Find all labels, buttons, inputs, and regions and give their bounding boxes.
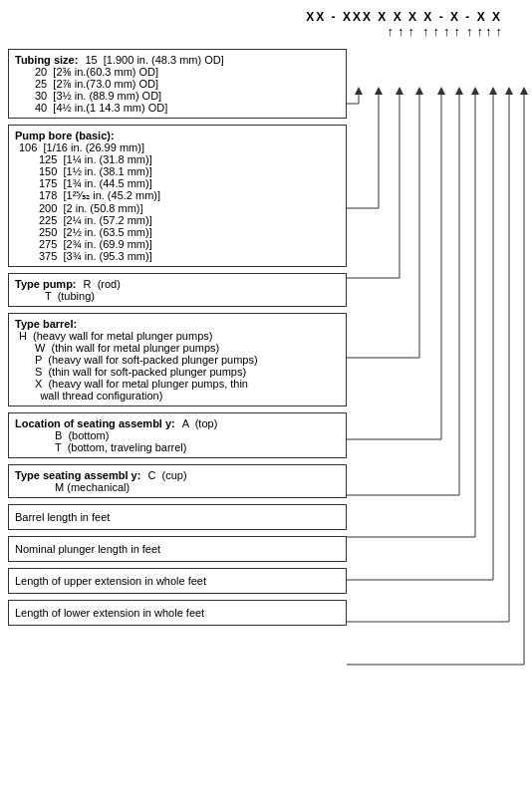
- pump-bore-options: 106 [1/16 in. (26.99 mm)] 125 [1¼ in. (3…: [19, 141, 340, 262]
- lower-extension-box: Length of lower extension in whole feet: [8, 600, 347, 626]
- arrowhead-3: [396, 87, 403, 95]
- t2: 20 [2⅜ in.(60.3 mm) OD]: [35, 66, 158, 78]
- type-barrel-label: Type barrel:: [15, 318, 77, 330]
- arrowhead-2: [375, 87, 383, 95]
- tp2: T (tubing): [45, 290, 95, 302]
- plunger-length-box: Nominal plunger length in feet: [8, 536, 347, 562]
- barrel-length-label: Barrel length in feet: [15, 511, 110, 523]
- t3: 25 [2⅞ in.(73.0 mm) OD]: [35, 78, 158, 90]
- arrowhead-6: [455, 87, 463, 95]
- arrowhead-10: [520, 87, 528, 95]
- pb3: 150 [1½ in. (38.1 mm)]: [39, 165, 152, 177]
- arrow-10: ↑: [485, 24, 492, 39]
- tubing-label-text: Tubing size:: [15, 54, 78, 66]
- tubing-size-label: Tubing size: 15 [1.900 in. (48.3 mm) OD]…: [15, 54, 340, 114]
- arrow-5: ↑: [433, 24, 440, 39]
- code-header: XX - XXX X X X X - X - X X: [8, 10, 524, 24]
- pb7: 225 [2¼ in. (57.2 mm)]: [39, 214, 152, 226]
- upper-extension-label: Length of upper extension in whole feet: [15, 575, 206, 587]
- type-seating-box: Type seating assembl y: C (cup) M (mecha…: [8, 464, 347, 498]
- arrow-6: ↑: [443, 24, 450, 39]
- pb2: 125 [1¼ in. (31.8 mm)]: [39, 153, 152, 165]
- tb3: P (heavy wall for soft-packed plunger pu…: [35, 354, 258, 366]
- arrow-9: ↑: [477, 24, 484, 39]
- upper-extension-box: Length of upper extension in whole feet: [8, 568, 347, 594]
- tb4: S (thin wall for soft-packed plunger pum…: [35, 366, 246, 378]
- arrow-2: ↑: [398, 24, 404, 39]
- type-barrel-options: H (heavy wall for metal plunger pumps) W…: [19, 330, 340, 402]
- arrowhead-5: [437, 87, 445, 95]
- pump-bore-label: Pump bore (basic):: [15, 130, 115, 141]
- type-seating-label: Type seating assembl y:: [15, 469, 140, 481]
- pb8: 250 [2½ in. (63.5 mm)]: [39, 226, 152, 238]
- tb1: H (heavy wall for metal plunger pumps): [19, 330, 212, 342]
- barrel-length-box: Barrel length in feet: [8, 504, 347, 530]
- location-seating-label: Location of seating assembl y:: [15, 417, 175, 429]
- arrow-11: ↑: [496, 24, 503, 39]
- ts2: M (mechanical): [55, 481, 130, 493]
- type-barrel-box: Type barrel: H (heavy wall for metal plu…: [8, 313, 347, 406]
- arrowhead-1: [355, 87, 363, 95]
- pump-bore-box: Pump bore (basic): 106 [1/16 in. (26.99 …: [8, 125, 347, 267]
- type-pump-box: Type pump: R (rod) T (tubing): [8, 273, 347, 307]
- plunger-length-label: Nominal plunger length in feet: [15, 543, 160, 555]
- arrowhead-8: [489, 87, 497, 95]
- t4: 30 [3½ in. (88.9 mm) OD]: [35, 90, 161, 102]
- arrow-3: ↑: [408, 24, 415, 39]
- pb5: 178 [1²⁵⁄₃₂ in. (45.2 mm)]: [39, 189, 160, 201]
- main-content: Tubing size: 15 [1.900 in. (48.3 mm) OD]…: [8, 49, 524, 626]
- lower-extension-label: Length of lower extension in whole feet: [15, 607, 204, 619]
- page-container: XX - XXX X X X X - X - X X ↑ ↑ ↑ ↑ ↑ ↑ ↑…: [0, 0, 532, 642]
- arrow-1: ↑: [388, 24, 395, 39]
- type-pump-label: Type pump:: [15, 278, 77, 290]
- t5: 40 [4½ in.(1 14.3 mm) OD]: [35, 102, 167, 114]
- location-seating-box: Location of seating assembl y: A (top) B…: [8, 412, 347, 458]
- code-text: XX - XXX X X X X - X - X X: [306, 10, 502, 24]
- ls3: T (bottom, traveling barrel): [55, 441, 186, 453]
- arrow-indicators: ↑ ↑ ↑ ↑ ↑ ↑ ↑ ↑ ↑ ↑ ↑: [388, 24, 503, 39]
- arrow-8: ↑: [466, 24, 473, 39]
- pb9: 275 [2¾ in. (69.9 mm)]: [39, 238, 152, 250]
- pb4: 175 [1¾ in. (44.5 mm)]: [39, 177, 152, 189]
- arrow-4: ↑: [422, 24, 429, 39]
- tubing-size-box: Tubing size: 15 [1.900 in. (48.3 mm) OD]…: [8, 49, 347, 119]
- tb2: W (thin wall for metal plunger pumps): [35, 342, 219, 354]
- pb10: 375 [3¾ in. (95.3 mm)]: [39, 250, 152, 262]
- pb6: 200 [2 in. (50.8 mm)]: [39, 202, 143, 214]
- tb5: X (heavy wall for metal plunger pumps, t…: [19, 378, 248, 402]
- arrowhead-7: [471, 87, 479, 95]
- arrow-7: ↑: [454, 24, 461, 39]
- ls2: B (bottom): [55, 429, 109, 441]
- boxes-column: Tubing size: 15 [1.900 in. (48.3 mm) OD]…: [8, 49, 347, 626]
- arrows-row: ↑ ↑ ↑ ↑ ↑ ↑ ↑ ↑ ↑ ↑ ↑: [8, 24, 524, 39]
- arrowhead-9: [505, 87, 513, 95]
- pb1: 106 [1/16 in. (26.99 mm)]: [19, 141, 144, 153]
- arrowhead-4: [415, 87, 423, 95]
